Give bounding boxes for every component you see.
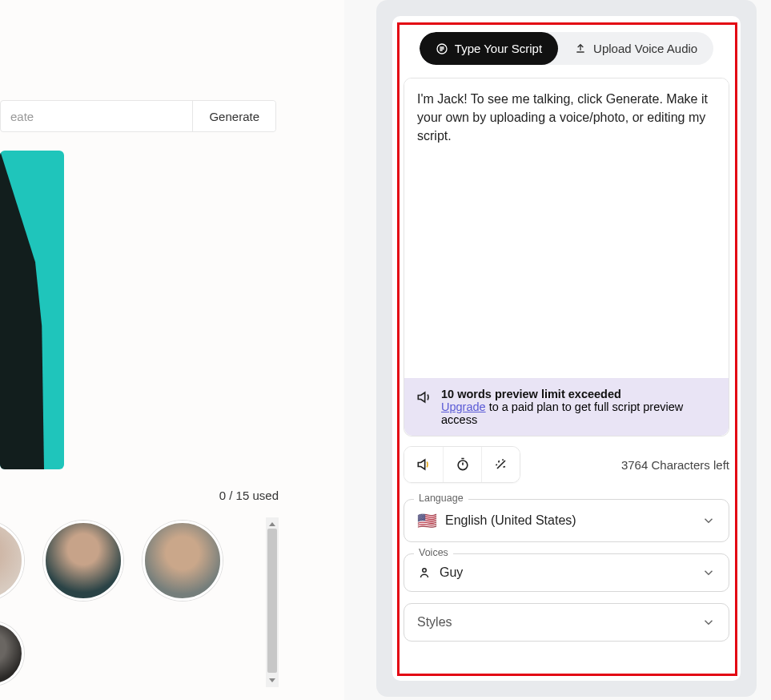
magic-button[interactable] [481,447,520,482]
us-flag-icon: 🇺🇸 [417,511,437,530]
timer-button[interactable] [443,447,481,482]
prompt-input-group: Generate [0,100,276,132]
warning-title: 10 words preview limit exceeded [441,388,621,400]
generate-button[interactable]: Generate [192,101,275,131]
scrollbar[interactable] [266,517,279,687]
speaker-play-icon [416,457,432,473]
preview-limit-warning: 10 words preview limit exceeded Upgrade … [404,378,729,436]
scrollbar-thumb[interactable] [267,529,277,673]
play-audio-button[interactable] [404,447,443,482]
script-textarea[interactable] [404,78,729,375]
chevron-down-icon [701,513,716,528]
speaker-icon [416,389,432,405]
left-panel: Generate 0 / 15 used [0,0,344,700]
tab-type-script[interactable]: Type Your Script [420,32,558,65]
toolbar-row: 3764 Characters left [404,446,729,483]
voices-value: Guy [440,565,693,580]
tab-label: Type Your Script [455,42,542,55]
svg-point-1 [458,461,468,470]
script-input-tabs: Type Your Script Upload Voice Audio [420,32,713,65]
prompt-input[interactable] [1,101,192,131]
characters-left: 3764 Characters left [621,458,729,472]
timer-icon [455,457,471,473]
chat-icon [436,42,448,55]
script-area: 10 words preview limit exceeded Upgrade … [404,78,729,436]
avatar-thumb[interactable] [43,521,123,601]
upgrade-link[interactable]: Upgrade [441,400,486,413]
tab-upload-voice[interactable]: Upload Voice Audio [558,32,713,65]
avatar-preview-image [0,151,64,469]
upload-icon [574,42,587,55]
chevron-down-icon [701,565,716,580]
chevron-down-icon [701,615,716,630]
person-icon [417,565,432,580]
scroll-up-icon[interactable] [269,520,275,526]
magic-icon [493,457,509,473]
scroll-down-icon[interactable] [269,678,275,685]
avatar-thumb[interactable] [0,521,24,601]
voices-label: Voices [414,547,453,558]
language-label: Language [414,493,468,504]
avatar-row [0,521,280,617]
styles-select[interactable]: Styles [404,603,729,642]
right-panel: Type Your Script Upload Voice Audio 10 w… [376,0,757,697]
usage-count: 0 / 15 used [219,489,279,502]
language-select[interactable]: Language 🇺🇸 English (United States) [404,499,729,542]
voices-select[interactable]: Voices Guy [404,553,729,592]
styles-value: Styles [417,615,693,630]
avatar-thumb[interactable] [143,521,223,601]
language-value: English (United States) [445,513,693,528]
avatar-thumb[interactable] [0,622,24,686]
tab-label: Upload Voice Audio [593,42,697,55]
svg-point-2 [423,569,427,573]
